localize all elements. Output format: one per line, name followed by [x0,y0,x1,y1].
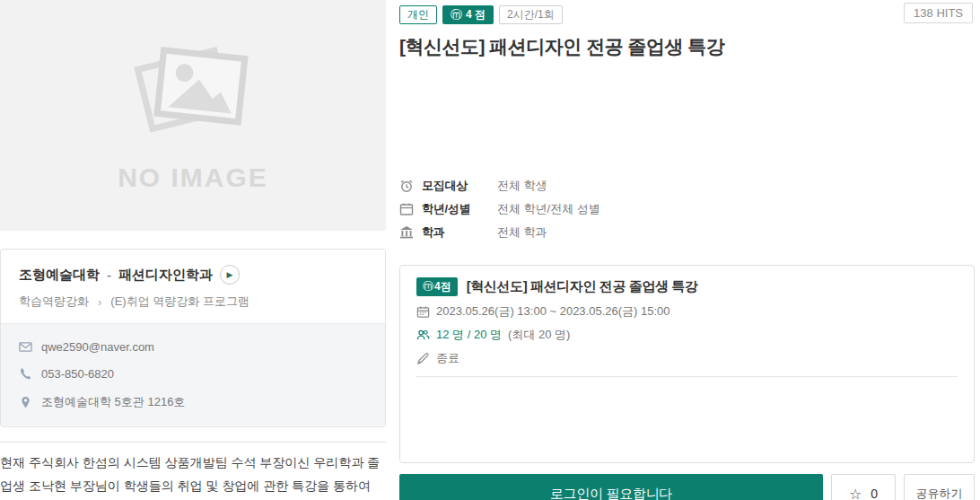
hits-badge: 138 HITS [904,3,973,23]
session-enrolled: 12 명 / 20 명 [436,327,502,343]
no-image-icon [117,39,269,146]
college-dept-separator: - [107,268,111,283]
contact-section: qwe2590@naver.com 053-850-6820 조형예술대학 5호… [1,323,385,426]
alarm-clock-icon [399,179,414,193]
calendar-icon [416,305,430,319]
m-circle-icon: ⓜ [451,7,462,23]
bank-icon [399,225,414,240]
info-label: 모집대상 [422,178,497,194]
left-column: NO IMAGE 조형예술대학 - 패션디자인학과 ▶ 학습역량강화 › (E)… [0,0,386,500]
mileage-badge: ⓜ 4 점 [442,5,494,24]
department-name: 패션디자인학과 [118,267,213,284]
description-divider [0,442,386,443]
info-label: 학과 [422,224,497,241]
info-row-target: 모집대상 전체 학생 [399,174,975,197]
session-capacity-note: (최대 20 명) [508,327,570,343]
favorite-button[interactable]: ☆ 0 [831,474,896,500]
session-status: 종료 [436,350,459,366]
share-button[interactable]: 공유하기 [904,474,975,500]
calendar-icon [399,202,414,216]
login-required-button[interactable]: 로그인이 필요합니다 [399,474,823,500]
duration-badge-label: 2시간/1회 [507,7,555,22]
action-row: 로그인이 필요합니다 ☆ 0 공유하기 [399,474,975,500]
session-mileage-badge: ⓜ 4점 [416,277,458,296]
program-label: (E)취업 역량강화 프로그램 [110,294,249,310]
session-capacity-row: 12 명 / 20 명 (최대 20 명) [416,327,958,343]
phone-row: 053-850-6820 [19,367,367,381]
college-name: 조형예술대학 [19,267,100,284]
department-card: 조형예술대학 - 패션디자인학과 ▶ 학습역량강화 › (E)취업 역량강화 프… [0,249,386,427]
badge-row: 개인 ⓜ 4 점 2시간/1회 138 HITS [399,0,975,24]
info-label: 학년/성별 [422,201,497,217]
star-icon: ☆ [849,486,862,500]
session-card[interactable]: ⓜ 4점 [혁신선도] 패션디자인 전공 졸업생 특강 2023.05.26(금… [399,265,975,463]
play-button[interactable]: ▶ [220,265,240,285]
session-date-row: 2023.05.26(금) 13:00 ~ 2023.05.26(금) 15:0… [416,303,958,320]
duration-badge: 2시간/1회 [499,5,563,24]
email-row: qwe2590@naver.com [19,340,367,354]
no-image-label: NO IMAGE [118,162,268,193]
info-row-grade-gender: 학년/성별 전체 학년/전체 성별 [399,197,975,221]
play-icon: ▶ [227,270,233,279]
program-breadcrumb: 학습역량강화 › (E)취업 역량강화 프로그램 [19,294,367,310]
info-list: 모집대상 전체 학생 학년/성별 전체 학년/전체 성별 학과 전체 학과 [399,174,975,244]
category-label: 학습역량강화 [19,294,89,310]
phone-icon [19,367,32,381]
share-label: 공유하기 [916,486,963,500]
mileage-badge-label: 4 점 [466,7,486,22]
map-pin-icon [19,396,32,409]
department-card-header: 조형예술대학 - 패션디자인학과 ▶ 학습역량강화 › (E)취업 역량강화 프… [1,250,385,323]
session-mileage-label: 4점 [434,279,451,294]
description-text: 현재 주식회사 한섬의 시스템 상품개발팀 수석 부장이신 우리학과 졸업생 조… [0,452,386,500]
breadcrumb-arrow-icon: › [98,295,101,309]
page-title: [혁신선도] 패션디자인 전공 졸업생 특강 [399,34,975,59]
image-placeholder: NO IMAGE [0,0,386,231]
users-icon [416,329,430,342]
m-circle-icon: ⓜ [423,279,433,294]
info-value: 전체 학과 [497,224,547,241]
info-value: 전체 학생 [497,178,547,194]
session-date: 2023.05.26(금) 13:00 ~ 2023.05.26(금) 15:0… [436,303,670,320]
info-value: 전체 학년/전체 성별 [497,201,600,217]
session-card-divider [416,376,958,377]
location-value: 조형예술대학 5호관 1216호 [41,394,185,410]
favorite-count: 0 [871,487,878,500]
envelope-icon [19,340,32,354]
pen-icon [416,352,430,365]
location-row: 조형예술대학 5호관 1216호 [19,394,367,410]
main-content: 개인 ⓜ 4 점 2시간/1회 138 HITS [혁신선도] 패션디자인 전공… [399,0,975,500]
session-status-row: 종료 [416,350,958,366]
type-badge: 개인 [399,5,437,24]
type-badge-label: 개인 [407,7,429,22]
session-title: [혁신선도] 패션디자인 전공 졸업생 특강 [467,278,698,295]
session-card-content: ⓜ 4점 [혁신선도] 패션디자인 전공 졸업생 특강 2023.05.26(금… [400,266,974,386]
info-row-department: 학과 전체 학과 [399,221,975,244]
phone-value: 053-850-6820 [41,367,114,381]
email-value: qwe2590@naver.com [41,340,154,354]
